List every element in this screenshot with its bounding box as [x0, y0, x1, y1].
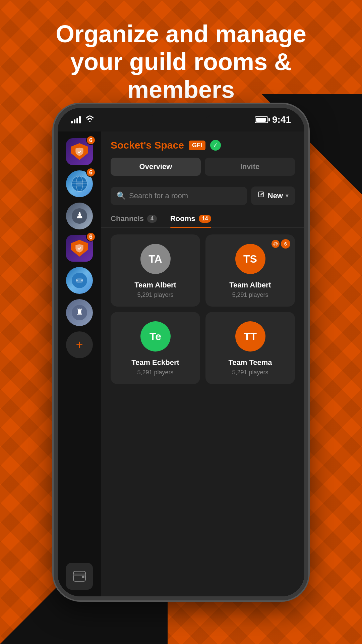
room-name-3: Team Eckbert [131, 358, 179, 367]
channels-count: 4 [147, 215, 157, 223]
room-avatar-3: Te [140, 321, 171, 352]
svg-point-12 [76, 279, 78, 281]
svg-rect-7 [76, 182, 82, 186]
room-initials-3: Te [149, 330, 161, 343]
tab-overview[interactable]: Overview [111, 158, 201, 176]
room-name-2: Team Albert [229, 281, 271, 289]
edit-icon [258, 191, 265, 200]
sidebar-item-chess1[interactable]: ♟ [66, 203, 93, 229]
room-card-2[interactable]: @ 6 TS Team Albert 5,291 players [205, 234, 295, 307]
chess-avatar-1: ♟ [66, 203, 93, 229]
tab-channels[interactable]: Channels 4 [111, 210, 157, 227]
status-right: 9:41 [255, 114, 291, 125]
app-content: 6 [58, 131, 304, 596]
rooms-label: Rooms [170, 214, 195, 223]
sidebar: 6 [58, 131, 101, 596]
room-card-3[interactable]: Te Team Eckbert 5,291 players [111, 312, 200, 384]
add-guild-button[interactable]: + [66, 331, 93, 358]
sidebar-item-globe2[interactable] [66, 267, 93, 294]
room-avatar-1: TA [140, 244, 171, 274]
room-players-4: 5,291 players [232, 369, 268, 376]
sidebar-item-guild2[interactable]: 6 [66, 235, 93, 262]
svg-point-0 [89, 121, 90, 122]
hero-title: Organize and manage your guild rooms & m… [0, 20, 362, 103]
room-players-3: 5,291 players [137, 369, 173, 376]
room-initials-2: TS [243, 253, 257, 265]
shield-icon [71, 143, 88, 160]
time-display: 9:41 [272, 114, 291, 125]
verified-icon: ✓ [210, 140, 221, 151]
svg-rect-18 [82, 576, 84, 578]
channels-label: Channels [111, 214, 144, 223]
notif-badge-2: 6 [281, 239, 290, 249]
main-panel: Socket's Space GFI ✓ Overview Invite 🔍 S… [101, 131, 304, 596]
wallet-button[interactable] [66, 563, 93, 590]
room-card-1[interactable]: TA Team Albert 5,291 players [111, 234, 200, 307]
panel-header: Socket's Space GFI ✓ Overview Invite [101, 131, 304, 181]
svg-text:♜: ♜ [76, 307, 83, 317]
room-name-1: Team Albert [134, 281, 176, 289]
wallet-icon [73, 571, 86, 582]
room-avatar-4: TT [235, 321, 265, 352]
new-button[interactable]: New ▾ [251, 186, 295, 205]
svg-point-13 [81, 279, 83, 281]
rooms-count: 14 [199, 215, 212, 223]
search-icon: 🔍 [117, 192, 126, 200]
phone-notch [151, 108, 211, 118]
guild-title-row: Socket's Space GFI ✓ [111, 140, 295, 151]
chess-avatar-2: ♜ [66, 299, 93, 326]
search-row: 🔍 Search for a room New ▾ [101, 181, 304, 210]
badge-count-2: 6 [86, 168, 96, 177]
badge-count-4: 6 [86, 232, 96, 241]
tab-rooms[interactable]: Rooms 14 [170, 210, 211, 227]
guild-name: Socket's Space [111, 140, 184, 151]
search-placeholder: Search for a room [129, 192, 188, 200]
room-players-1: 5,291 players [137, 291, 173, 299]
wifi-icon [85, 115, 94, 124]
tab-invite[interactable]: Invite [205, 158, 295, 176]
svg-text:♟: ♟ [76, 210, 83, 220]
shield-icon-2 [71, 240, 88, 257]
sidebar-item-globe1[interactable]: 6 [66, 170, 93, 197]
at-icon: @ [272, 240, 280, 248]
chevron-down-icon: ▾ [286, 193, 288, 199]
search-bar[interactable]: 🔍 Search for a room [111, 187, 247, 205]
phone-mockup: 9:41 6 [54, 104, 308, 600]
sidebar-item-chess2[interactable]: ♜ [66, 299, 93, 326]
room-card-4[interactable]: TT Team Teema 5,291 players [205, 312, 295, 384]
room-name-4: Team Teema [228, 358, 272, 367]
room-initials-1: TA [148, 253, 162, 265]
signal-icon [71, 116, 81, 123]
filter-tabs: Channels 4 Rooms 14 [101, 210, 304, 228]
globe-avatar-2 [66, 267, 93, 294]
sidebar-item-guild1[interactable]: 6 [66, 138, 93, 165]
svg-rect-17 [73, 574, 85, 576]
new-button-label: New [268, 192, 283, 200]
room-initials-4: TT [244, 330, 257, 343]
phone-frame: 9:41 6 [54, 104, 308, 600]
header-tabs: Overview Invite [111, 158, 295, 176]
room-avatar-2: TS [235, 244, 265, 274]
gfi-badge: GFI [189, 141, 205, 150]
room-players-2: 5,291 players [232, 291, 268, 299]
plus-icon: + [76, 338, 83, 352]
status-left [71, 115, 94, 124]
room-notification-2: @ 6 [272, 239, 290, 249]
rooms-grid: TA Team Albert 5,291 players @ 6 TS [101, 228, 304, 391]
battery-icon [255, 116, 268, 123]
badge-count-1: 6 [86, 136, 96, 145]
